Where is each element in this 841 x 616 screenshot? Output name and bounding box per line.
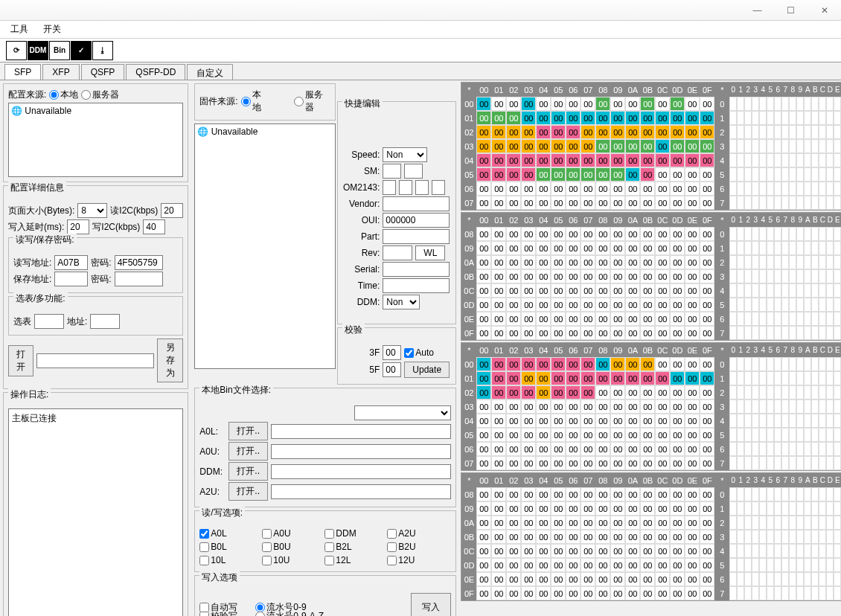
hex-cell[interactable]: 00 (700, 269, 714, 283)
hex-cell[interactable]: 00 (625, 255, 640, 269)
page-size-select[interactable]: 8 (77, 203, 107, 218)
hex-cell[interactable]: 00 (685, 428, 700, 442)
hex-cell[interactable]: 00 (595, 298, 610, 312)
rw-A0L[interactable] (199, 529, 209, 539)
hex-cell[interactable]: 00 (700, 516, 714, 530)
hex-cell[interactable]: 00 (566, 241, 581, 255)
hex-cell[interactable]: 00 (685, 501, 700, 516)
hex-cell[interactable]: 00 (610, 530, 625, 544)
hex-cell[interactable]: 00 (476, 530, 491, 544)
hex-cell[interactable]: 00 (506, 428, 521, 442)
hex-cell[interactable]: 00 (521, 544, 536, 558)
hex-cell[interactable]: 00 (625, 501, 640, 516)
hex-cell[interactable]: 00 (670, 544, 685, 558)
hex-cell[interactable]: 00 (655, 97, 670, 111)
hex-cell[interactable]: 00 (581, 586, 595, 600)
hex-cell[interactable]: 00 (551, 283, 566, 298)
hex-cell[interactable]: 00 (581, 572, 595, 586)
hex-cell[interactable]: 00 (640, 501, 655, 516)
hex-cell[interactable]: 00 (536, 269, 551, 283)
fw-tree[interactable]: 🌐 Unavailable (194, 123, 336, 369)
hex-cell[interactable]: 00 (610, 139, 625, 153)
hex-cell[interactable]: 00 (700, 400, 714, 414)
hex-cell[interactable]: 00 (566, 97, 581, 111)
hex-cell[interactable]: 00 (595, 182, 610, 196)
hex-cell[interactable]: 00 (551, 255, 566, 269)
hex-cell[interactable]: 00 (610, 414, 625, 428)
hex-cell[interactable]: 00 (655, 125, 670, 139)
hex-cell[interactable]: 00 (566, 357, 581, 371)
hex-cell[interactable]: 00 (581, 357, 595, 371)
hex-cell[interactable]: 00 (581, 153, 595, 167)
hex-cell[interactable]: 00 (491, 516, 506, 530)
rw-A0U[interactable] (262, 529, 272, 539)
hex-cell[interactable]: 00 (551, 111, 566, 125)
hex-cell[interactable]: 00 (476, 428, 491, 442)
hex-cell[interactable]: 00 (700, 298, 714, 312)
hex-cell[interactable]: 00 (595, 400, 610, 414)
hex-cell[interactable]: 00 (685, 182, 700, 196)
hex-cell[interactable]: 00 (670, 227, 685, 241)
hex-cell[interactable]: 00 (640, 456, 655, 470)
hex-cell[interactable]: 00 (700, 530, 714, 544)
om2[interactable] (399, 180, 412, 195)
hex-cell[interactable]: 00 (521, 371, 536, 385)
hex-cell[interactable]: 00 (595, 572, 610, 586)
hex-cell[interactable]: 00 (625, 97, 640, 111)
hex-cell[interactable]: 00 (566, 385, 581, 400)
hex-cell[interactable]: 00 (595, 283, 610, 298)
hex-cell[interactable]: 00 (685, 442, 700, 456)
hex-cell[interactable]: 00 (566, 227, 581, 241)
hex-cell[interactable]: 00 (566, 414, 581, 428)
menu-switch[interactable]: 开关 (39, 22, 65, 37)
hex-cell[interactable]: 00 (625, 182, 640, 196)
hex-cell[interactable]: 00 (610, 312, 625, 326)
hex-cell[interactable]: 00 (700, 255, 714, 269)
hex-cell[interactable]: 00 (581, 516, 595, 530)
hex-cell[interactable]: 00 (521, 442, 536, 456)
hex-cell[interactable]: 00 (595, 153, 610, 167)
hex-cell[interactable]: 00 (640, 544, 655, 558)
hex-cell[interactable]: 00 (685, 97, 700, 111)
hex-cell[interactable]: 00 (506, 371, 521, 385)
hex-cell[interactable]: 00 (610, 298, 625, 312)
seq2-radio[interactable] (255, 612, 265, 616)
hex-cell[interactable]: 00 (476, 139, 491, 153)
hex-cell[interactable]: 00 (640, 153, 655, 167)
bin-select[interactable] (354, 405, 451, 420)
hex-cell[interactable]: 00 (506, 414, 521, 428)
hex-cell[interactable]: 00 (491, 456, 506, 470)
hex-cell[interactable]: 00 (551, 182, 566, 196)
hex-cell[interactable]: 00 (536, 385, 551, 400)
hex-cell[interactable]: 00 (521, 227, 536, 241)
hex-cell[interactable]: 00 (655, 167, 670, 182)
hex-cell[interactable]: 00 (655, 196, 670, 210)
hex-cell[interactable]: 00 (491, 428, 506, 442)
read-i2c-input[interactable] (161, 203, 183, 218)
a0l-open[interactable]: 打开.. (228, 422, 268, 440)
hex-cell[interactable]: 00 (581, 241, 595, 255)
hex-cell[interactable]: 00 (700, 97, 714, 111)
hex-cell[interactable]: 00 (521, 326, 536, 340)
hex-cell[interactable]: 00 (610, 487, 625, 501)
hex-cell[interactable]: 00 (521, 97, 536, 111)
hex-cell[interactable]: 00 (640, 125, 655, 139)
hex-cell[interactable]: 00 (566, 182, 581, 196)
hex-cell[interactable]: 00 (640, 428, 655, 442)
om4[interactable] (432, 180, 445, 195)
hex-cell[interactable]: 00 (476, 516, 491, 530)
hex-cell[interactable]: 00 (536, 111, 551, 125)
hex-cell[interactable]: 00 (670, 530, 685, 544)
rw-12L[interactable] (324, 556, 334, 565)
log-box[interactable]: 主板已连接 (8, 408, 183, 616)
hex-cell[interactable]: 00 (476, 442, 491, 456)
hex-cell[interactable]: 00 (670, 241, 685, 255)
hex-cell[interactable]: 00 (670, 586, 685, 600)
hex-cell[interactable]: 00 (506, 572, 521, 586)
hex-cell[interactable]: 00 (670, 139, 685, 153)
rw-B2U[interactable] (387, 542, 397, 552)
hex-cell[interactable]: 00 (700, 326, 714, 340)
hex-cell[interactable]: 00 (581, 111, 595, 125)
hex-cell[interactable]: 00 (655, 182, 670, 196)
hex-cell[interactable]: 00 (595, 97, 610, 111)
